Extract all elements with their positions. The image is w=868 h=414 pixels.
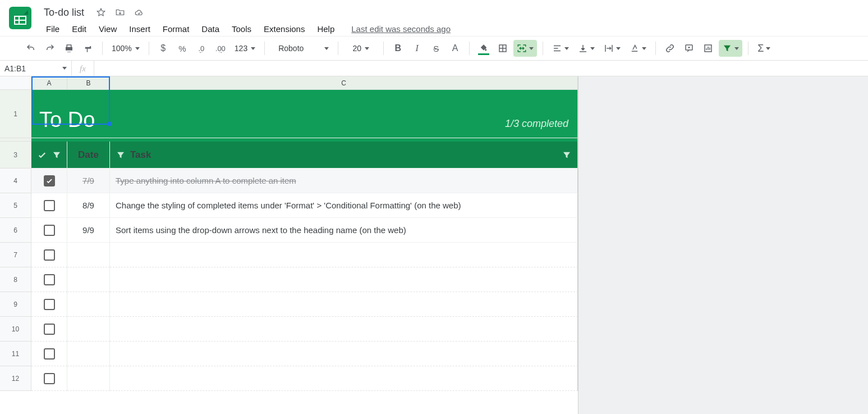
header-checkbox-col[interactable] [31, 142, 67, 169]
insert-link-button[interactable] [662, 40, 678, 57]
name-box-value: A1:B1 [4, 64, 26, 73]
paint-format-button[interactable] [80, 40, 97, 57]
row-header[interactable]: 8 [0, 267, 31, 292]
task-date[interactable]: 9/9 [67, 218, 110, 243]
font-family-value: Roboto [278, 44, 304, 53]
functions-button[interactable]: Σ [754, 40, 774, 57]
task-text[interactable]: Change the styling of completed items un… [110, 193, 578, 218]
row-header[interactable]: 11 [0, 342, 31, 366]
row-header[interactable]: 1 [0, 90, 31, 138]
vertical-align-button[interactable] [575, 40, 598, 57]
row-header[interactable]: 6 [0, 218, 31, 243]
task-checkbox[interactable] [31, 218, 67, 243]
toolbar: 100% $ % .0← .00→ 123 Roboto 20 B I S A … [0, 36, 868, 61]
row-header[interactable]: 5 [0, 193, 31, 218]
row-header[interactable]: 3 [0, 142, 31, 169]
doc-title[interactable]: To-do list [40, 6, 88, 20]
menu-data[interactable]: Data [196, 22, 225, 36]
undo-button[interactable] [22, 40, 39, 57]
fill-color-button[interactable] [475, 40, 492, 57]
merge-cells-button[interactable] [513, 40, 537, 57]
move-to-folder-icon[interactable] [114, 7, 126, 18]
filter-icon[interactable] [562, 150, 572, 160]
col-header-C[interactable]: C [110, 76, 578, 90]
header-task[interactable]: Task [110, 142, 578, 169]
insert-comment-button[interactable] [681, 40, 697, 57]
todo-completed-count[interactable]: 1/3 completed [110, 90, 578, 138]
text-wrap-button[interactable] [600, 40, 624, 57]
redo-button[interactable] [42, 40, 58, 57]
col-header-A[interactable]: A [31, 76, 67, 90]
task-text[interactable] [110, 267, 578, 292]
menu-view[interactable]: View [93, 22, 122, 36]
currency-button[interactable]: $ [155, 40, 172, 57]
menu-edit[interactable]: Edit [66, 22, 92, 36]
row-header[interactable]: 7 [0, 243, 31, 267]
borders-button[interactable] [494, 40, 511, 57]
font-size-dropdown[interactable]: 20 [344, 40, 378, 57]
menu-extensions[interactable]: Extensions [258, 22, 310, 36]
menu-file[interactable]: File [40, 22, 65, 36]
empty-grid-area[interactable] [578, 76, 868, 414]
task-date[interactable] [67, 267, 110, 292]
sheets-app-icon[interactable] [9, 7, 31, 29]
increase-decimal-button[interactable]: .00→ [212, 40, 229, 57]
menu-help[interactable]: Help [311, 22, 340, 36]
task-checkbox[interactable] [31, 342, 67, 366]
row-header[interactable]: 10 [0, 317, 31, 342]
header-date[interactable]: Date [67, 142, 110, 169]
bold-button[interactable]: B [389, 40, 406, 57]
task-date[interactable] [67, 342, 110, 366]
star-icon[interactable] [95, 7, 107, 18]
todo-title[interactable]: To Do [31, 90, 110, 138]
task-checkbox[interactable] [31, 193, 67, 218]
decrease-decimal-button[interactable]: .0← [193, 40, 210, 57]
text-color-button[interactable]: A [447, 40, 463, 57]
cloud-status-icon[interactable] [134, 7, 145, 18]
insert-chart-button[interactable] [700, 40, 717, 57]
task-text[interactable]: Type anything into column A to complete … [110, 169, 578, 193]
task-text[interactable]: Sort items using the drop-down arrows ne… [110, 218, 578, 243]
task-date[interactable]: 7/9 [67, 169, 110, 193]
menubar: File Edit View Insert Format Data Tools … [40, 20, 451, 37]
create-filter-button[interactable] [719, 40, 742, 57]
filter-icon[interactable] [116, 150, 126, 160]
task-checkbox[interactable] [31, 267, 67, 292]
row-header[interactable]: 9 [0, 292, 31, 317]
select-all-corner[interactable] [0, 76, 31, 90]
print-button[interactable] [61, 40, 77, 57]
row-header[interactable]: 4 [0, 169, 31, 193]
task-date[interactable]: 8/9 [67, 193, 110, 218]
filter-icon[interactable] [52, 150, 62, 160]
task-text[interactable] [110, 292, 578, 317]
task-checkbox[interactable] [31, 317, 67, 342]
text-rotation-button[interactable] [626, 40, 650, 57]
last-edit-link[interactable]: Last edit was seconds ago [351, 24, 451, 34]
task-checkbox[interactable] [31, 292, 67, 317]
strikethrough-button[interactable]: S [428, 40, 444, 57]
task-text[interactable] [110, 317, 578, 342]
task-checkbox[interactable] [31, 243, 67, 267]
menu-format[interactable]: Format [157, 22, 195, 36]
task-date[interactable] [67, 292, 110, 317]
col-header-B[interactable]: B [67, 76, 110, 90]
font-family-dropdown[interactable]: Roboto [270, 40, 332, 57]
task-checkbox[interactable] [31, 366, 67, 391]
name-box[interactable]: A1:B1 [0, 61, 72, 76]
row-header[interactable]: 12 [0, 366, 31, 391]
task-date[interactable] [67, 243, 110, 267]
task-checkbox[interactable] [31, 169, 67, 193]
number-format-dropdown[interactable]: 123 [231, 40, 259, 57]
formula-input[interactable] [94, 61, 868, 76]
horizontal-align-button[interactable] [549, 40, 572, 57]
zoom-dropdown[interactable]: 100% [108, 40, 143, 57]
percent-button[interactable]: % [174, 40, 191, 57]
task-text[interactable] [110, 366, 578, 391]
menu-insert[interactable]: Insert [123, 22, 156, 36]
task-date[interactable] [67, 366, 110, 391]
task-date[interactable] [67, 317, 110, 342]
task-text[interactable] [110, 342, 578, 366]
menu-tools[interactable]: Tools [226, 22, 257, 36]
italic-button[interactable]: I [408, 40, 425, 57]
task-text[interactable] [110, 243, 578, 267]
